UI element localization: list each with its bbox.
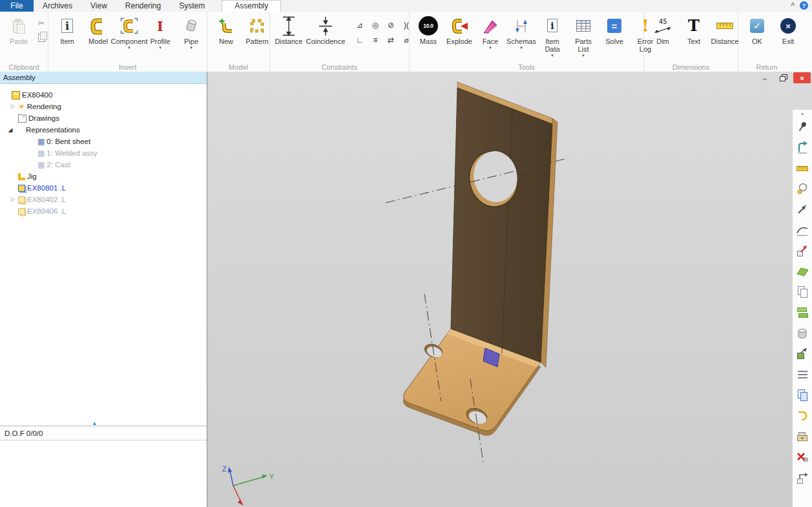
move-arrow-button[interactable]	[794, 202, 811, 217]
group-name-return: Return	[738, 63, 795, 71]
solve-button[interactable]: = Solve	[599, 14, 630, 45]
strip-scroll-up-icon[interactable]: ▴	[801, 110, 804, 116]
tree-item-ex80406[interactable]: EX80406 .L	[0, 205, 207, 217]
close-button[interactable]: ×	[793, 72, 811, 83]
tree-item-root[interactable]: EX80400	[0, 89, 207, 101]
sheets-button[interactable]	[794, 284, 811, 300]
tree-item-label[interactable]: Representations	[26, 126, 80, 134]
reverse-constraint-button[interactable]: ⇄	[383, 32, 399, 47]
tree-item-label[interactable]: 2: Cast	[47, 161, 70, 169]
expander-expanded-icon[interactable]: ◢	[6, 124, 14, 136]
dropdown-arrow-icon[interactable]: ▾	[190, 45, 193, 50]
tree-item-rep-welded[interactable]: ▦ 1: Welded assy	[0, 147, 207, 159]
angle-constraint-button[interactable]: ⊿	[352, 17, 368, 32]
ok-button[interactable]: ✓ OK	[742, 14, 773, 45]
tab-view[interactable]: View	[81, 0, 116, 12]
solve-icon: =	[607, 19, 621, 33]
flip-direction-button[interactable]	[794, 140, 811, 155]
snap-circle-button[interactable]	[794, 181, 811, 196]
viewport-3d[interactable]: Z Y	[207, 72, 812, 507]
exit-button[interactable]: × Exit	[773, 14, 804, 45]
tree-item-label[interactable]: Drawings	[28, 114, 59, 122]
tree-item-representations[interactable]: ◢ Representations	[0, 124, 207, 136]
drawer-button[interactable]	[794, 429, 811, 444]
tab-rendering[interactable]: Rendering	[116, 0, 170, 12]
expander-collapsed-icon[interactable]: ▷	[9, 194, 17, 205]
pin-button[interactable]	[794, 119, 811, 134]
paste-button[interactable]: Paste	[3, 14, 34, 45]
tree-item-ex80402[interactable]: ▷ EX80402 .L	[0, 194, 207, 205]
face-button[interactable]: Face ▾	[475, 14, 506, 50]
dropdown-arrow-icon[interactable]: ▾	[489, 45, 492, 50]
distance-dimension-button[interactable]: Distance	[709, 14, 740, 45]
route-export-button[interactable]	[794, 470, 811, 486]
panel-collapse-icon[interactable]: ▴	[93, 420, 96, 426]
tab-archives[interactable]: Archives	[34, 0, 81, 12]
tree-item-label[interactable]: 0: Bent sheet	[47, 138, 90, 145]
dim-button[interactable]: 45 Dim	[647, 14, 678, 45]
tree-item-label[interactable]: EX80402 .L	[27, 196, 66, 203]
tab-file[interactable]: File	[0, 0, 34, 12]
help-icon[interactable]: ?	[800, 1, 808, 10]
tree-item-label[interactable]: EX80400	[22, 91, 52, 99]
tab-system[interactable]: System	[170, 0, 214, 12]
viewport[interactable]: Z Y – × ▴	[207, 72, 812, 507]
tree-item-rep-cast[interactable]: ▦ 2: Cast	[0, 159, 207, 171]
text-button[interactable]: T Text	[678, 14, 709, 45]
tree-item-label[interactable]: 1: Welded assy	[47, 149, 97, 157]
tree-item-label[interactable]: Rendering	[27, 103, 61, 110]
cut-button[interactable]: ✂	[36, 17, 47, 29]
tree-item-label[interactable]: EX80406 .L	[27, 207, 66, 215]
dropdown-arrow-icon[interactable]: ▾	[159, 45, 161, 50]
dropdown-arrow-icon[interactable]: ▾	[520, 45, 523, 50]
frame-edit-button[interactable]	[794, 243, 811, 258]
copy-button[interactable]	[36, 32, 47, 43]
hook-curve-button[interactable]	[794, 408, 811, 424]
component-button[interactable]: Component ▾	[114, 14, 145, 50]
restore-button[interactable]	[775, 72, 792, 83]
text-label: Text	[687, 37, 700, 45]
pattern-button[interactable]: Pattern	[242, 14, 273, 45]
perpendicular-constraint-button[interactable]: ∟	[352, 32, 368, 47]
dropdown-arrow-icon[interactable]: ▾	[582, 53, 585, 57]
model-button[interactable]: Model	[83, 14, 114, 45]
item-data-button[interactable]: i Item Data ▾	[537, 14, 568, 57]
profile-button[interactable]: I Profile ▾	[145, 14, 176, 50]
tree-item-label[interactable]: EX80801 .L	[27, 184, 66, 192]
explode-button[interactable]: Explode	[444, 14, 475, 45]
collapse-ribbon-icon[interactable]: ^	[791, 1, 795, 10]
schemas-button[interactable]: Schemas ▾	[506, 14, 537, 50]
tree-item-drawings[interactable]: Drawings	[0, 112, 207, 124]
bracket-vertical-face[interactable]	[451, 88, 552, 362]
distance-constraint-button[interactable]: Distance	[273, 14, 304, 45]
item-button[interactable]: i Item	[52, 14, 83, 45]
tangent-constraint-button[interactable]: ⊘	[383, 17, 399, 32]
tree-item-rendering[interactable]: ▷ ☀ Rendering	[0, 101, 207, 112]
tree-item-ex80801[interactable]: EX80801 .L	[0, 182, 207, 194]
axis-triad: Z Y	[222, 465, 275, 506]
dropdown-arrow-icon[interactable]: ▾	[128, 45, 130, 50]
export-box-button[interactable]	[794, 346, 811, 362]
coincidence-button[interactable]: Coincidence	[304, 14, 347, 45]
delete-tool-button[interactable]	[794, 450, 811, 465]
tangent-curve-button[interactable]	[794, 222, 811, 238]
concentric-constraint-button[interactable]: ◎	[368, 17, 383, 32]
parts-list-button[interactable]: Parts List ▾	[568, 14, 599, 57]
list-tool-button[interactable]	[794, 367, 811, 382]
parallel-constraint-button[interactable]: ≡	[368, 32, 383, 47]
tree-item-jig[interactable]: Jig	[0, 171, 207, 182]
documents-button[interactable]	[794, 388, 811, 403]
ruler-tool-button[interactable]	[794, 160, 811, 176]
pipe-button[interactable]: Pipe ▾	[176, 14, 207, 50]
tree-item-label[interactable]: Jig	[27, 172, 37, 180]
minimize-button[interactable]: –	[756, 72, 773, 83]
plane-tool-button[interactable]	[794, 264, 811, 279]
mass-button[interactable]: 10.0 Mass	[413, 14, 444, 45]
new-button[interactable]: New	[211, 14, 242, 45]
tree-item-rep-bent-sheet[interactable]: ▦ 0: Bent sheet	[0, 136, 207, 147]
tab-assembly[interactable]: Assembly	[222, 0, 281, 12]
dropdown-arrow-icon[interactable]: ▾	[551, 53, 554, 57]
layers-button[interactable]	[794, 305, 811, 320]
cylinder-tool-button[interactable]	[794, 326, 811, 341]
expander-collapsed-icon[interactable]: ▷	[9, 101, 17, 112]
